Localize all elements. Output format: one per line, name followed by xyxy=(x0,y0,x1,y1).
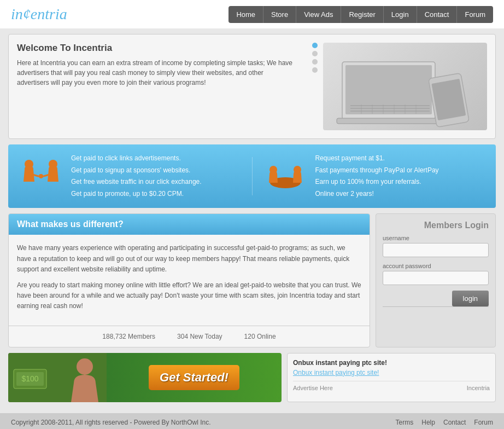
hero-image-svg xyxy=(326,45,484,127)
footer: Copyright 2008-2011, All rights reserved… xyxy=(0,413,504,430)
svg-text:$100: $100 xyxy=(21,374,38,383)
footer-copyright: Copyright 2008-2011, All rights reserved… xyxy=(11,419,211,426)
footer-help[interactable]: Help xyxy=(421,419,435,426)
handshake-icon xyxy=(19,154,63,198)
feature-right-line2: Fast payments through PayPal or AlertPay xyxy=(315,165,439,177)
diff-box: What makes us different? We have many ye… xyxy=(8,213,370,347)
feature-left-line3: Get free website traffic in our click ex… xyxy=(71,176,202,188)
welcome-box: Welcome To Incentria Here at Incentria y… xyxy=(8,34,496,139)
slide-dots xyxy=(312,43,318,73)
diff-para2: Are you ready to start making money onli… xyxy=(17,280,361,312)
slide-dot-4[interactable] xyxy=(312,67,318,73)
left-panel: What makes us different? We have many ye… xyxy=(8,213,370,347)
svg-point-18 xyxy=(39,174,43,178)
nav-login[interactable]: Login xyxy=(384,6,417,23)
stat-members: 188,732 Members xyxy=(102,333,155,340)
svg-point-26 xyxy=(77,358,93,375)
feature-right-line3: Earn up to 100% from your referrals. xyxy=(315,176,439,188)
welcome-title: Welcome To Incentria xyxy=(17,43,296,54)
right-panel: Members Login username account password … xyxy=(376,213,496,347)
feature-right-text: Request payment at $1. Fast payments thr… xyxy=(315,153,439,200)
diff-content: We have many years experience with opera… xyxy=(9,235,370,325)
logo: in¢entria xyxy=(11,5,67,23)
ad-footer: Advertise Here Incentria xyxy=(293,381,490,391)
welcome-body: Here at Incentria you can earn an extra … xyxy=(17,58,296,88)
username-input[interactable] xyxy=(383,243,489,257)
stats-bar: 188,732 Members 304 New Today 120 Online xyxy=(9,326,370,347)
get-started-banner[interactable]: $100 Get Started! xyxy=(8,353,282,402)
ad-title: Onbux instant paying ptc site! xyxy=(293,359,490,367)
feature-left-text: Get paid to click links advertisements. … xyxy=(71,153,202,200)
svg-rect-1 xyxy=(345,65,432,114)
footer-links: Terms Help Contact Forum xyxy=(396,419,493,426)
nav-home[interactable]: Home xyxy=(228,6,263,23)
diff-header: What makes us different? xyxy=(9,214,370,235)
nav-view-ads[interactable]: View Ads xyxy=(296,6,341,23)
slide-dot-1[interactable] xyxy=(312,43,318,48)
username-label: username xyxy=(383,235,489,241)
slide-dot-3[interactable] xyxy=(312,59,318,65)
main-nav: Home Store View Ads Register Login Conta… xyxy=(228,6,493,23)
nav-store[interactable]: Store xyxy=(263,6,296,23)
advertise-here: Advertise Here xyxy=(293,385,333,391)
svg-rect-2 xyxy=(337,118,441,124)
nav-forum[interactable]: Forum xyxy=(457,6,493,23)
main-wrap: Welcome To Incentria Here at Incentria y… xyxy=(0,28,504,413)
password-input[interactable] xyxy=(383,271,489,285)
feature-left-line4: Get paid to promote, up to $0.20 CPM. xyxy=(71,188,202,200)
right-ads: Onbux instant paying ptc site! Onbux ins… xyxy=(287,353,496,402)
nav-register[interactable]: Register xyxy=(341,6,383,23)
feature-left: Get paid to click links advertisements. … xyxy=(19,153,241,200)
nav-contact[interactable]: Contact xyxy=(417,6,458,23)
get-started-label: Get Started! xyxy=(149,365,239,390)
feature-left-line1: Get paid to click links advertisements. xyxy=(71,153,202,165)
features-bar: Get paid to click links advertisements. … xyxy=(8,144,496,208)
feature-left-line2: Get paid to signup at sponsors' websites… xyxy=(71,165,202,177)
welcome-image xyxy=(323,43,487,130)
header: in¢entria Home Store View Ads Register L… xyxy=(0,0,504,28)
banner-image-svg: $100 xyxy=(8,353,107,402)
stat-new-today: 304 New Today xyxy=(177,333,222,340)
slide-dot-2[interactable] xyxy=(312,51,318,56)
login-title: Members Login xyxy=(383,221,489,230)
login-divider xyxy=(383,306,489,307)
ad-link[interactable]: Onbux instant paying ptc site! xyxy=(293,369,490,376)
footer-forum[interactable]: Forum xyxy=(474,419,493,426)
feature-right-line1: Request payment at $1. xyxy=(315,153,439,165)
diff-para1: We have many years experience with opera… xyxy=(17,243,361,275)
members-login: Members Login username account password … xyxy=(383,221,489,307)
stat-online: 120 Online xyxy=(244,333,276,340)
incentria-label: Incentria xyxy=(467,385,490,391)
footer-terms[interactable]: Terms xyxy=(396,419,414,426)
login-button[interactable]: login xyxy=(452,291,489,306)
bottom-section: What makes us different? We have many ye… xyxy=(8,213,496,347)
password-label: account password xyxy=(383,263,489,269)
feature-right-line4: Online over 2 years! xyxy=(315,188,439,200)
footer-contact[interactable]: Contact xyxy=(443,419,466,426)
banner-text-area: Get Started! xyxy=(107,365,282,390)
feature-right: Request payment at $1. Fast payments thr… xyxy=(263,153,485,200)
welcome-text: Welcome To Incentria Here at Incentria y… xyxy=(17,43,307,88)
banner-image: $100 xyxy=(8,353,107,402)
diff-heading: What makes us different? xyxy=(17,219,361,229)
feature-divider xyxy=(252,157,253,195)
meeting-icon xyxy=(263,154,307,198)
banner-section: $100 Get Started! Onbux instant paying p… xyxy=(8,353,496,402)
